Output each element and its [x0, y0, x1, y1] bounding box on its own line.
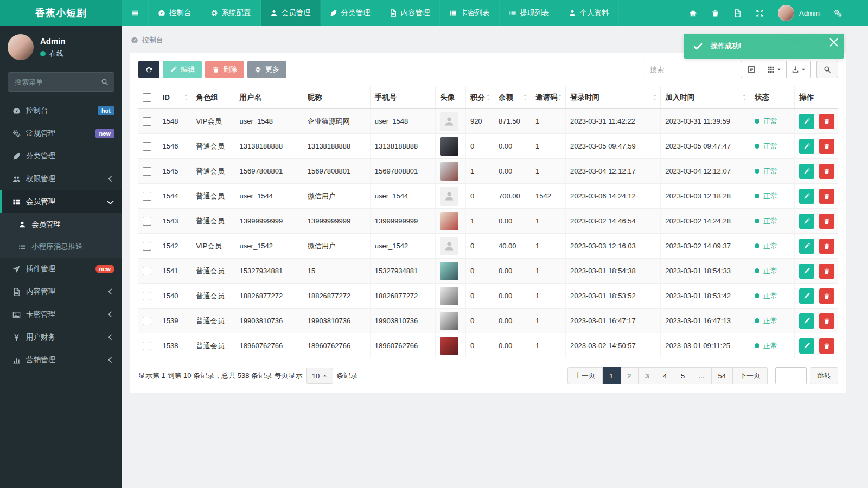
table-row[interactable]: 1541 普通会员 15327934881 15 15327934881 0 0… [138, 259, 838, 284]
row-edit-button[interactable] [799, 214, 814, 229]
trash-icon[interactable] [711, 9, 719, 17]
row-edit-button[interactable] [799, 189, 814, 204]
row-edit-button[interactable] [799, 114, 814, 129]
row-checkbox[interactable] [143, 292, 151, 300]
file-icon[interactable] [733, 9, 742, 17]
page-button-3[interactable]: 3 [639, 367, 656, 384]
row-delete-button[interactable] [819, 239, 834, 254]
expand-icon[interactable] [756, 9, 764, 17]
table-row[interactable]: 1548 VIP会员 user_1548 企业猫源码网 user_1548 92… [138, 109, 838, 134]
nav-item-2[interactable]: 会员管理 [261, 0, 321, 26]
detail-view-button[interactable] [741, 61, 762, 78]
column-header-login_time[interactable]: 登录时间 [566, 86, 661, 109]
row-edit-button[interactable] [799, 264, 814, 279]
row-delete-button[interactable] [819, 264, 834, 279]
sidebar-toggle-button[interactable] [122, 0, 149, 26]
nav-item-7[interactable]: 个人资料 [559, 0, 619, 26]
sort-icon[interactable] [653, 94, 657, 101]
row-checkbox[interactable] [143, 192, 151, 201]
sidebar-item-5[interactable]: 插件管理new [0, 258, 122, 280]
page-button-54[interactable]: 54 [712, 367, 733, 384]
select-all-checkbox[interactable] [143, 93, 151, 102]
jump-button[interactable]: 跳转 [810, 367, 838, 384]
column-header-score[interactable]: 积分 [465, 86, 494, 109]
delete-button[interactable]: 删除 [205, 61, 244, 78]
sidebar-subitem-4-1[interactable]: 小程序消息推送 [0, 235, 122, 258]
sidebar-item-4[interactable]: 会员管理 [0, 190, 122, 213]
toast-close-icon[interactable] [828, 37, 839, 48]
columns-dropdown-button[interactable] [762, 61, 787, 78]
row-delete-button[interactable] [819, 338, 834, 354]
table-row[interactable]: 1539 普通会员 19903810736 19903810736 199038… [138, 309, 838, 333]
nav-item-4[interactable]: 内容管理 [380, 0, 440, 26]
sort-icon[interactable] [558, 94, 562, 101]
sort-icon[interactable] [486, 94, 490, 101]
sort-icon[interactable] [184, 94, 188, 101]
column-header-id[interactable]: ID [158, 86, 192, 109]
page-button-上一页[interactable]: 上一页 [567, 367, 603, 384]
page-button-...[interactable]: ... [692, 367, 712, 384]
table-row[interactable]: 1542 VIP会员 user_1542 微信用户 user_1542 0 40… [138, 234, 838, 259]
row-checkbox[interactable] [143, 342, 151, 350]
row-checkbox[interactable] [143, 242, 151, 251]
table-row[interactable]: 1543 普通会员 13999999999 13999999999 139999… [138, 209, 838, 234]
column-header-invite[interactable]: 邀请码 [531, 86, 565, 109]
nav-item-0[interactable]: 控制台 [149, 0, 201, 26]
row-delete-button[interactable] [819, 164, 834, 179]
cogs-icon[interactable] [834, 9, 842, 17]
refresh-button[interactable] [138, 61, 159, 78]
nav-item-1[interactable]: 系统配置 [201, 0, 261, 26]
page-button-下一页[interactable]: 下一页 [733, 367, 768, 384]
row-checkbox[interactable] [143, 317, 151, 325]
home-icon[interactable] [689, 9, 697, 17]
row-delete-button[interactable] [819, 139, 834, 154]
table-row[interactable]: 1544 普通会员 user_1544 微信用户 user_1544 0 700… [138, 184, 838, 209]
sidebar-item-3[interactable]: 权限管理 [0, 168, 122, 190]
table-row[interactable]: 1545 普通会员 15697808801 15697808801 156978… [138, 159, 838, 184]
export-dropdown-button[interactable] [787, 61, 811, 78]
page-button-5[interactable]: 5 [674, 367, 692, 384]
sidebar-item-1[interactable]: 常规管理new [0, 122, 122, 145]
user-menu[interactable]: Admin [778, 5, 820, 21]
edit-button[interactable]: 编辑 [163, 61, 202, 78]
nav-item-5[interactable]: 卡密列表 [440, 0, 500, 26]
row-delete-button[interactable] [819, 189, 834, 204]
row-delete-button[interactable] [819, 114, 834, 129]
row-edit-button[interactable] [799, 139, 814, 154]
sidebar-item-7[interactable]: 卡密管理 [0, 303, 122, 326]
sort-icon[interactable] [523, 94, 527, 101]
row-checkbox[interactable] [143, 217, 151, 226]
row-checkbox[interactable] [143, 142, 151, 151]
page-size-dropdown[interactable]: 10 [306, 368, 333, 384]
table-row[interactable]: 1540 普通会员 18826877272 18826877272 188268… [138, 284, 838, 309]
search-button[interactable] [816, 61, 838, 78]
sidebar-item-6[interactable]: 内容管理 [0, 280, 122, 303]
row-edit-button[interactable] [799, 288, 814, 304]
column-header-join_time[interactable]: 加入时间 [661, 86, 750, 109]
row-checkbox[interactable] [143, 267, 151, 275]
page-button-1[interactable]: 1 [603, 367, 621, 384]
row-checkbox[interactable] [143, 117, 151, 126]
sidebar-item-9[interactable]: 营销管理 [0, 349, 122, 371]
column-header-money[interactable]: 余额 [494, 86, 531, 109]
sidebar-subitem-4-0[interactable]: 会员管理 [0, 213, 122, 235]
jump-page-input[interactable] [775, 367, 807, 384]
nav-item-6[interactable]: 提现列表 [500, 0, 559, 26]
sidebar-search-input[interactable] [8, 72, 114, 92]
table-row[interactable]: 1546 普通会员 13138188888 13138188888 131381… [138, 134, 838, 159]
table-search-input[interactable] [644, 61, 735, 78]
table-row[interactable]: 1538 普通会员 18960762766 18960762766 189607… [138, 333, 838, 358]
row-edit-button[interactable] [799, 313, 814, 329]
sidebar-item-8[interactable]: 用户财务 [0, 326, 122, 349]
row-edit-button[interactable] [799, 338, 814, 354]
page-button-2[interactable]: 2 [621, 367, 639, 384]
nav-item-3[interactable]: 分类管理 [321, 0, 380, 26]
sidebar-item-0[interactable]: 控制台hot [0, 99, 122, 122]
more-button[interactable]: 更多 [247, 61, 286, 78]
sort-icon[interactable] [742, 94, 746, 101]
profile-avatar[interactable] [8, 34, 34, 60]
row-edit-button[interactable] [799, 164, 814, 179]
row-delete-button[interactable] [819, 214, 834, 229]
sidebar-item-2[interactable]: 分类管理 [0, 145, 122, 168]
row-delete-button[interactable] [819, 313, 834, 329]
